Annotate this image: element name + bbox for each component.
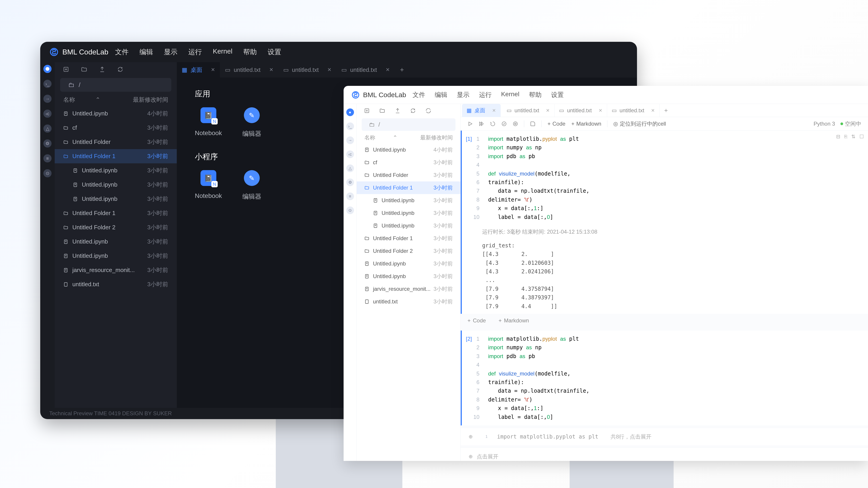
- rail-chart-icon[interactable]: △: [43, 125, 52, 133]
- menu-file[interactable]: 文件: [412, 91, 425, 99]
- rail-user-icon[interactable]: ⊙: [43, 169, 52, 177]
- file-item[interactable]: untitled.txt3小时前: [55, 277, 177, 291]
- refresh-icon[interactable]: [117, 66, 123, 72]
- file-item[interactable]: cf3小时前: [55, 121, 177, 135]
- rail-terminal-icon[interactable]: ›_: [43, 80, 52, 88]
- code-area[interactable]: [1]1 import matplotlib.pyplot as plt 2 i…: [462, 131, 868, 225]
- collapsed-cell-2[interactable]: ⊕ 点击展开: [461, 448, 868, 461]
- col-time[interactable]: 最新修改时间: [420, 134, 453, 141]
- sort-icon[interactable]: ⌃: [95, 96, 100, 103]
- file-item[interactable]: Untitled Folder3小时前: [357, 169, 460, 182]
- file-item[interactable]: jarvis_resource_monit...3小时前: [357, 283, 460, 295]
- stop-icon[interactable]: [513, 121, 518, 127]
- collapsed-cell-1[interactable]: ⊕ 1 import matplotlib.pyplot as plt 共8行，…: [461, 428, 868, 445]
- new-folder-icon[interactable]: [379, 108, 385, 113]
- file-item[interactable]: jarvis_resource_monit...3小时前: [55, 263, 177, 277]
- new-folder-icon[interactable]: [81, 66, 87, 72]
- file-item[interactable]: Untitled Folder 23小时前: [357, 245, 460, 257]
- launcher-notebook[interactable]: 📓N Notebook: [195, 107, 222, 138]
- file-item[interactable]: Untitled.ipynb3小时前: [357, 207, 460, 219]
- menu-view[interactable]: 显示: [164, 47, 178, 57]
- file-item[interactable]: Untitled.ipynb3小时前: [357, 257, 460, 270]
- copy-icon[interactable]: ⎘: [844, 134, 847, 140]
- expand-icon[interactable]: ⊕: [469, 454, 473, 459]
- file-item[interactable]: Untitled Folder 13小时前: [55, 206, 177, 220]
- menu-run[interactable]: 运行: [188, 47, 202, 57]
- move-icon[interactable]: ⇅: [851, 134, 855, 140]
- rail-settings-icon[interactable]: ⚙: [346, 178, 354, 186]
- rail-chart-icon[interactable]: △: [346, 164, 354, 172]
- menu-edit[interactable]: 编辑: [435, 91, 447, 99]
- rail-terminal-icon[interactable]: ›_: [346, 123, 354, 130]
- menu-run[interactable]: 运行: [479, 91, 492, 99]
- close-icon[interactable]: ✕: [598, 108, 602, 113]
- close-icon[interactable]: ✕: [269, 67, 273, 73]
- launcher-notebook-2[interactable]: 📓N Notebook: [195, 170, 222, 201]
- expand-icon[interactable]: ⊕: [469, 434, 473, 440]
- col-name[interactable]: 名称: [364, 134, 375, 141]
- tab-file-3[interactable]: ▭ untitled.txt ✕: [336, 62, 395, 77]
- refresh-kernel-icon[interactable]: [501, 121, 507, 127]
- code-cell-1[interactable]: ⊟ ⎘ ⇅ ☐ [1]1 import matplotlib.pyplot as…: [461, 131, 868, 314]
- close-icon[interactable]: ✕: [492, 108, 496, 113]
- file-item[interactable]: Untitled.ipynb3小时前: [357, 194, 460, 207]
- run-all-icon[interactable]: [479, 121, 484, 127]
- close-icon[interactable]: ✕: [327, 67, 331, 73]
- col-name[interactable]: 名称: [63, 96, 75, 104]
- file-item[interactable]: Untitled.ipynb3小时前: [357, 219, 460, 232]
- file-item[interactable]: Untitled.ipynb3小时前: [55, 177, 177, 192]
- restart-icon[interactable]: [490, 121, 495, 127]
- insert-markdown-button[interactable]: +Markdown: [498, 318, 529, 324]
- file-item[interactable]: Untitled.ipynb4小时前: [357, 143, 460, 156]
- rail-user-icon[interactable]: ⊙: [346, 206, 354, 214]
- rail-list-icon[interactable]: ≡: [43, 154, 52, 162]
- sort-icon[interactable]: ⌃: [393, 134, 397, 141]
- rail-settings-icon[interactable]: ⚙: [43, 139, 52, 148]
- refresh-icon[interactable]: [426, 108, 431, 113]
- menu-edit[interactable]: 编辑: [140, 47, 153, 57]
- launcher-editor[interactable]: ✎ 编辑器: [242, 107, 261, 138]
- file-item[interactable]: untitled.txt3小时前: [357, 295, 460, 308]
- menu-file[interactable]: 文件: [115, 47, 129, 57]
- tab-desktop[interactable]: ▦ 桌面 ✕: [462, 104, 501, 117]
- menu-view[interactable]: 显示: [457, 91, 469, 99]
- new-file-icon[interactable]: [63, 66, 69, 72]
- menu-settings[interactable]: 设置: [268, 47, 281, 57]
- rail-list-icon[interactable]: ≡: [346, 193, 354, 200]
- menu-settings[interactable]: 设置: [551, 91, 564, 99]
- tab-desktop[interactable]: ▦ 桌面 ✕: [177, 62, 220, 77]
- breadcrumb[interactable]: 🗀 /: [362, 119, 456, 131]
- rail-files-icon[interactable]: ●: [346, 108, 354, 116]
- sync-icon[interactable]: [410, 108, 416, 113]
- save-icon[interactable]: [530, 121, 535, 127]
- kernel-name[interactable]: Python 3: [813, 121, 835, 127]
- upload-icon[interactable]: [395, 108, 401, 113]
- file-item[interactable]: Untitled Folder 13小时前: [357, 182, 460, 194]
- tab-file-2[interactable]: ▭ untitled.txt ✕: [278, 62, 337, 77]
- code-area[interactable]: [2]1 import matplotlib.pyplot as plt 2 i…: [462, 330, 868, 425]
- file-item[interactable]: Untitled.ipynb4小时前: [55, 106, 177, 121]
- close-icon[interactable]: ✕: [385, 67, 390, 73]
- add-code-button[interactable]: +Code: [548, 121, 565, 127]
- rail-files-icon[interactable]: [43, 65, 52, 73]
- code-cell-2[interactable]: [2]1 import matplotlib.pyplot as plt 2 i…: [461, 330, 868, 425]
- close-icon[interactable]: ✕: [651, 108, 655, 113]
- menu-help[interactable]: 帮助: [529, 91, 541, 99]
- rail-code-icon[interactable]: ‹c: [43, 109, 52, 118]
- rail-code-icon[interactable]: ‹c: [346, 151, 354, 158]
- add-markdown-button[interactable]: +Markdown: [571, 121, 601, 127]
- col-time[interactable]: 最新修改时间: [133, 96, 168, 104]
- file-item[interactable]: Untitled Folder 23小时前: [55, 220, 177, 234]
- tab-file-1[interactable]: ▭ untitled.txt ✕: [220, 62, 278, 77]
- close-icon[interactable]: ✕: [546, 108, 550, 113]
- menu-kernel[interactable]: Kernel: [501, 91, 520, 99]
- collapse-icon[interactable]: ⊟: [836, 134, 840, 140]
- tab-file-1[interactable]: ▭ untitled.txt ✕: [502, 104, 555, 117]
- file-item[interactable]: cf3小时前: [357, 156, 460, 169]
- rail-link-icon[interactable]: →: [346, 136, 354, 144]
- breadcrumb[interactable]: 🗀 /: [60, 78, 171, 92]
- locate-running-button[interactable]: ◎定位到运行中的cell: [613, 120, 666, 127]
- menu-kernel[interactable]: Kernel: [213, 47, 232, 57]
- upload-icon[interactable]: [99, 66, 105, 72]
- tab-file-3[interactable]: ▭ untitled.txt ✕: [607, 104, 659, 117]
